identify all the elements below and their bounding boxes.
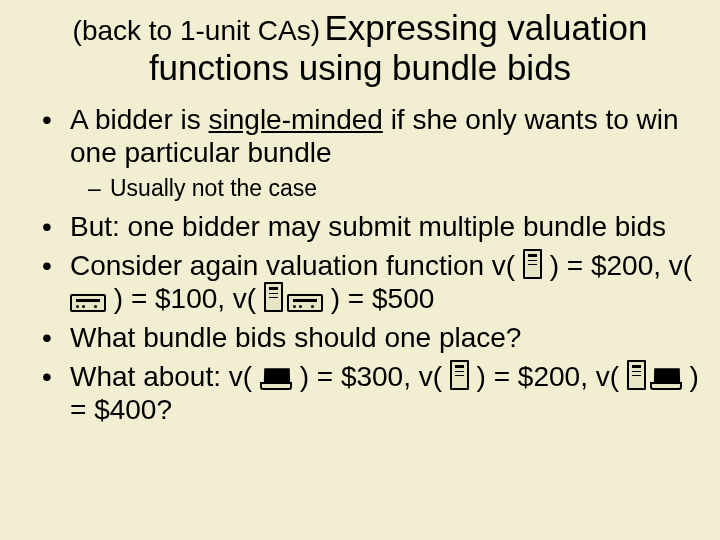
tower-icon: [523, 249, 542, 279]
laptop-icon: [260, 368, 292, 390]
bullet-5-text-a: What about: v(: [70, 361, 260, 392]
bullet-3-text-a: Consider again valuation function v(: [70, 250, 523, 281]
bullet-1: A bidder is single-minded if she only wa…: [42, 103, 700, 203]
bullet-3-text-d: ) = $500: [323, 283, 434, 314]
bullet-5-text-c: ) = $200, v(: [469, 361, 627, 392]
bullet-5-text-b: ) = $300, v(: [292, 361, 450, 392]
bullet-3-text-b: ) = $200, v(: [542, 250, 692, 281]
bullet-5: What about: v( ) = $300, v( ) = $200, v(…: [42, 360, 700, 426]
title-prefix: (back to 1-unit CAs): [73, 15, 320, 46]
bullet-4: What bundle bids should one place?: [42, 321, 700, 354]
tower-icon: [450, 360, 469, 390]
dvd-player-icon: [70, 294, 106, 312]
bullet-3: Consider again valuation function v( ) =…: [42, 249, 700, 315]
bullet-1-sub: Usually not the case: [88, 175, 700, 203]
tower-icon: [264, 282, 283, 312]
sub-list-1: Usually not the case: [88, 175, 700, 203]
bullet-1-text-a: A bidder is: [70, 104, 209, 135]
title-main-1: Expressing valuation: [324, 8, 647, 47]
title-main-2: functions using bundle bids: [149, 48, 571, 87]
bullet-list: A bidder is single-minded if she only wa…: [42, 103, 700, 427]
bullet-1-underlined: single-minded: [209, 104, 383, 135]
tower-icon: [627, 360, 646, 390]
laptop-icon: [650, 368, 682, 390]
slide: (back to 1-unit CAs) Expressing valuatio…: [0, 0, 720, 540]
bullet-3-text-c: ) = $100, v(: [106, 283, 264, 314]
dvd-player-icon: [287, 294, 323, 312]
slide-title: (back to 1-unit CAs) Expressing valuatio…: [20, 8, 700, 89]
bullet-2: But: one bidder may submit multiple bund…: [42, 210, 700, 243]
